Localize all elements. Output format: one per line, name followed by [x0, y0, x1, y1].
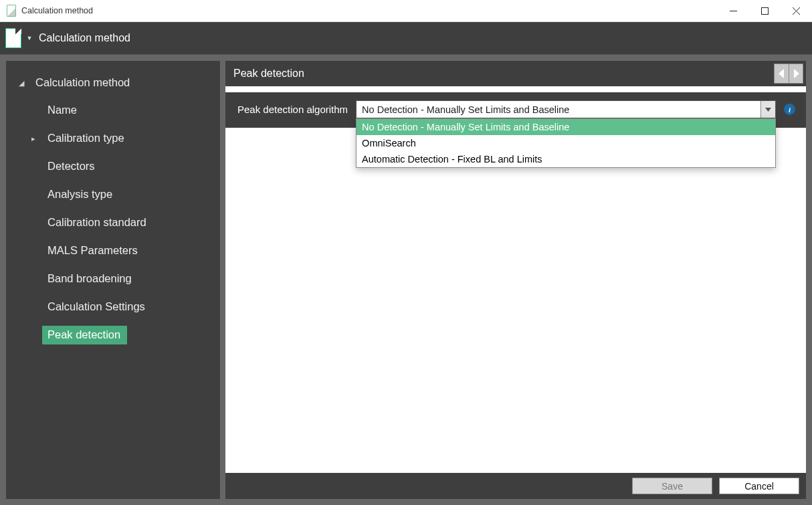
close-button[interactable]	[781, 0, 812, 22]
select-dropdown: No Detection - Manually Set Limits and B…	[356, 118, 776, 168]
tree-item-calibration-standard[interactable]: Calibration standard	[13, 211, 215, 235]
tree-item-label: Band broadening	[42, 270, 138, 288]
tree-item-detectors[interactable]: Detectors	[13, 155, 215, 179]
combo-wrapper: No Detection - Manually Set Limits and B…	[356, 100, 776, 118]
select-value: No Detection - Manually Set Limits and B…	[362, 104, 760, 115]
tree-item-calibration-type[interactable]: ▸ Calibration type	[13, 126, 215, 150]
main-panel: Peak detection Peak detection algorithm …	[225, 61, 806, 499]
tree-root-label: Calculation method	[30, 74, 136, 92]
svg-marker-5	[794, 69, 799, 78]
chevron-down-icon: ◢	[17, 79, 26, 88]
minimize-button[interactable]	[718, 0, 749, 22]
chevron-down-icon	[760, 101, 775, 118]
peak-detection-algorithm-select[interactable]: No Detection - Manually Set Limits and B…	[356, 100, 776, 118]
tree-item-mals-parameters[interactable]: MALS Parameters	[13, 239, 215, 263]
tree-item-label: Name	[42, 101, 84, 120]
info-icon[interactable]: i	[784, 104, 795, 115]
svg-marker-4	[779, 69, 784, 78]
tree-item-label: Calculation Settings	[42, 298, 152, 316]
panel-content	[225, 128, 806, 473]
tree-item-label: Calibration standard	[42, 213, 153, 232]
tree-root[interactable]: ◢ Calculation method	[13, 72, 215, 94]
body-area: ◢ Calculation method Name ▸ Calibration …	[0, 55, 812, 505]
save-button[interactable]: Save	[632, 478, 712, 494]
ribbon-bar: ▼ Calculation method	[0, 22, 812, 55]
panel-nav-buttons	[774, 61, 806, 86]
document-icon	[7, 5, 16, 17]
field-label: Peak detection algorithm	[237, 104, 348, 115]
form-row-peak-detection-algorithm: Peak detection algorithm No Detection - …	[225, 92, 806, 128]
ribbon-title: Calculation method	[39, 32, 130, 44]
dropdown-option[interactable]: OmniSearch	[357, 135, 775, 151]
window-title: Calculation method	[21, 6, 718, 15]
tree-item-label: Peak detection	[42, 326, 127, 344]
ribbon-dropdown-arrow[interactable]: ▼	[25, 34, 33, 42]
sidebar: ◢ Calculation method Name ▸ Calibration …	[6, 61, 220, 499]
panel-header: Peak detection	[225, 61, 806, 86]
cancel-button[interactable]: Cancel	[719, 478, 799, 494]
panel-nav-prev[interactable]	[774, 64, 789, 84]
panel-footer: Save Cancel	[225, 473, 806, 499]
tree-item-label: Calibration type	[42, 129, 131, 148]
tree-item-label: MALS Parameters	[42, 241, 144, 260]
panel-nav-next[interactable]	[789, 64, 803, 84]
svg-rect-1	[762, 7, 769, 14]
tree-item-peak-detection[interactable]: Peak detection	[13, 323, 215, 347]
tree-item-calculation-settings[interactable]: Calculation Settings	[13, 295, 215, 319]
maximize-button[interactable]	[749, 0, 781, 22]
tree-item-label: Analysis type	[42, 185, 119, 204]
title-bar: Calculation method	[0, 0, 812, 22]
panel-title: Peak detection	[233, 68, 304, 80]
tree-item-name[interactable]: Name	[13, 98, 215, 122]
dropdown-option[interactable]: Automatic Detection - Fixed BL and Limit…	[357, 151, 775, 167]
tree-item-analysis-type[interactable]: Analysis type	[13, 183, 215, 207]
document-icon	[5, 28, 21, 48]
chevron-right-icon: ▸	[29, 134, 38, 143]
tree-item-band-broadening[interactable]: Band broadening	[13, 267, 215, 291]
dropdown-option[interactable]: No Detection - Manually Set Limits and B…	[357, 119, 775, 135]
svg-marker-6	[765, 108, 771, 112]
tree-item-label: Detectors	[42, 157, 102, 176]
